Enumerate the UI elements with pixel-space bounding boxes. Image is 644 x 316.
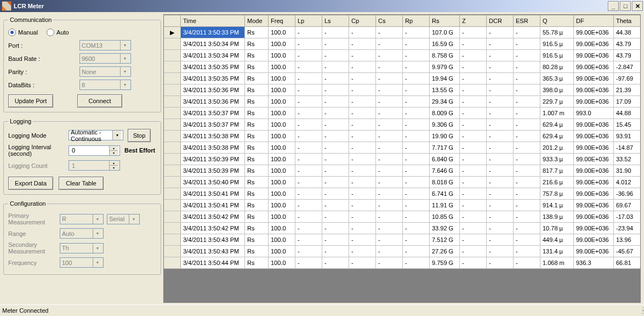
cell[interactable]: - bbox=[322, 211, 349, 223]
data-grid[interactable]: TimeModeFreqLpLsCpCsRpRsZDCRESRQDFTheta … bbox=[164, 15, 641, 269]
cell[interactable]: - bbox=[349, 50, 376, 61]
cell[interactable]: 100.0 bbox=[269, 50, 295, 61]
cell[interactable]: Rs bbox=[245, 234, 269, 246]
cell[interactable]: - bbox=[295, 108, 322, 119]
cell[interactable]: - bbox=[460, 27, 487, 38]
cell[interactable]: - bbox=[487, 246, 514, 257]
cell[interactable]: 99.00E+036 bbox=[574, 154, 614, 165]
cell[interactable]: Rs bbox=[245, 154, 269, 165]
cell[interactable]: - bbox=[376, 177, 403, 188]
row-header[interactable]: ▶ bbox=[164, 27, 181, 38]
cell[interactable]: - bbox=[349, 73, 376, 84]
cell[interactable]: 100.0 bbox=[269, 154, 295, 165]
cell[interactable]: - bbox=[349, 223, 376, 234]
cell[interactable]: - bbox=[487, 223, 514, 234]
cell[interactable]: - bbox=[295, 38, 322, 50]
cell[interactable]: - bbox=[487, 200, 514, 211]
cell[interactable]: - bbox=[514, 211, 540, 223]
cell[interactable]: - bbox=[322, 246, 349, 257]
cell[interactable]: - bbox=[514, 73, 540, 84]
cell[interactable]: 43.79 bbox=[614, 38, 641, 50]
cell[interactable]: - bbox=[376, 61, 403, 73]
cell[interactable]: 3/4/2011 3:50:36 PM bbox=[181, 84, 245, 96]
cell[interactable]: 3/4/2011 3:50:41 PM bbox=[181, 188, 245, 200]
cell[interactable]: 107.0 G bbox=[430, 27, 460, 38]
connect-button[interactable]: Connect bbox=[77, 94, 122, 108]
cell[interactable]: 99.00E+036 bbox=[574, 165, 614, 177]
table-row[interactable]: 3/4/2011 3:50:35 PMRs100.0-----19.94 G--… bbox=[164, 73, 641, 84]
cell[interactable]: 9.306 G bbox=[430, 119, 460, 131]
cell[interactable]: 3/4/2011 3:50:39 PM bbox=[181, 165, 245, 177]
row-header[interactable] bbox=[164, 61, 181, 73]
cell[interactable]: - bbox=[376, 108, 403, 119]
cell[interactable]: 365.3 µ bbox=[540, 73, 574, 84]
cell[interactable]: - bbox=[403, 165, 430, 177]
cell[interactable]: - bbox=[322, 154, 349, 165]
table-row[interactable]: 3/4/2011 3:50:42 PMRs100.0-----10.85 G--… bbox=[164, 211, 641, 223]
cell[interactable]: 29.34 G bbox=[430, 96, 460, 108]
cell[interactable]: - bbox=[322, 61, 349, 73]
cell[interactable]: - bbox=[349, 27, 376, 38]
table-row[interactable]: 3/4/2011 3:50:43 PMRs100.0-----27.26 G--… bbox=[164, 246, 641, 257]
cell[interactable]: - bbox=[295, 188, 322, 200]
cell[interactable]: - bbox=[295, 165, 322, 177]
cell[interactable]: - bbox=[487, 234, 514, 246]
cell[interactable]: - bbox=[376, 96, 403, 108]
cell[interactable]: 99.00E+036 bbox=[574, 211, 614, 223]
cell[interactable]: - bbox=[403, 131, 430, 142]
cell[interactable]: - bbox=[403, 73, 430, 84]
cell[interactable]: - bbox=[376, 188, 403, 200]
cell[interactable]: - bbox=[322, 188, 349, 200]
cell[interactable]: 3/4/2011 3:50:33 PM bbox=[181, 27, 245, 38]
column-header[interactable]: Cs bbox=[376, 15, 403, 27]
update-port-button[interactable]: Update Port bbox=[8, 94, 53, 108]
cell[interactable]: 17.09 bbox=[614, 96, 641, 108]
cell[interactable]: - bbox=[349, 188, 376, 200]
cell[interactable]: 4.012 bbox=[614, 177, 641, 188]
cell[interactable]: - bbox=[514, 246, 540, 257]
cell[interactable]: 19.90 G bbox=[430, 131, 460, 142]
row-header[interactable] bbox=[164, 84, 181, 96]
radio-manual[interactable]: Manual bbox=[8, 29, 38, 36]
cell[interactable]: 100.0 bbox=[269, 73, 295, 84]
primary-meas-combo[interactable]: R ▾ bbox=[60, 214, 104, 224]
table-row[interactable]: 3/4/2011 3:50:39 PMRs100.0-----7.646 G--… bbox=[164, 165, 641, 177]
frequency-combo[interactable]: 100 ▾ bbox=[60, 257, 104, 268]
cell[interactable]: - bbox=[349, 154, 376, 165]
cell[interactable]: Rs bbox=[245, 131, 269, 142]
table-row[interactable]: 3/4/2011 3:50:44 PMRs100.0-----9.759 G--… bbox=[164, 257, 641, 269]
cell[interactable]: 817.7 µ bbox=[540, 165, 574, 177]
cell[interactable]: - bbox=[403, 38, 430, 50]
row-header[interactable] bbox=[164, 165, 181, 177]
cell[interactable]: 398.0 µ bbox=[540, 84, 574, 96]
cell[interactable]: Rs bbox=[245, 27, 269, 38]
cell[interactable]: - bbox=[403, 211, 430, 223]
cell[interactable]: 7.512 G bbox=[430, 234, 460, 246]
cell[interactable]: 93.91 bbox=[614, 131, 641, 142]
cell[interactable]: - bbox=[403, 119, 430, 131]
clear-table-button[interactable]: Clear Table bbox=[59, 177, 104, 190]
cell[interactable]: - bbox=[487, 131, 514, 142]
column-header[interactable]: Ls bbox=[322, 15, 349, 27]
column-header[interactable]: Z bbox=[460, 15, 487, 27]
cell[interactable]: 9.759 G bbox=[430, 257, 460, 269]
cell[interactable]: - bbox=[376, 131, 403, 142]
cell[interactable]: 7.717 G bbox=[430, 142, 460, 154]
table-row[interactable]: 3/4/2011 3:50:41 PMRs100.0-----6.741 G--… bbox=[164, 188, 641, 200]
cell[interactable]: - bbox=[487, 27, 514, 38]
cell[interactable]: 100.0 bbox=[269, 257, 295, 269]
cell[interactable]: - bbox=[403, 234, 430, 246]
cell[interactable]: 80.28 µ bbox=[540, 61, 574, 73]
cell[interactable]: - bbox=[487, 38, 514, 50]
cell[interactable]: 100.0 bbox=[269, 131, 295, 142]
cell[interactable]: - bbox=[514, 38, 540, 50]
cell[interactable]: - bbox=[460, 211, 487, 223]
cell[interactable]: Rs bbox=[245, 96, 269, 108]
row-header[interactable] bbox=[164, 211, 181, 223]
cell[interactable]: Rs bbox=[245, 223, 269, 234]
cell[interactable]: - bbox=[460, 200, 487, 211]
cell[interactable]: - bbox=[349, 200, 376, 211]
cell[interactable]: - bbox=[295, 223, 322, 234]
column-header[interactable]: Lp bbox=[295, 15, 322, 27]
cell[interactable]: 3/4/2011 3:50:35 PM bbox=[181, 61, 245, 73]
